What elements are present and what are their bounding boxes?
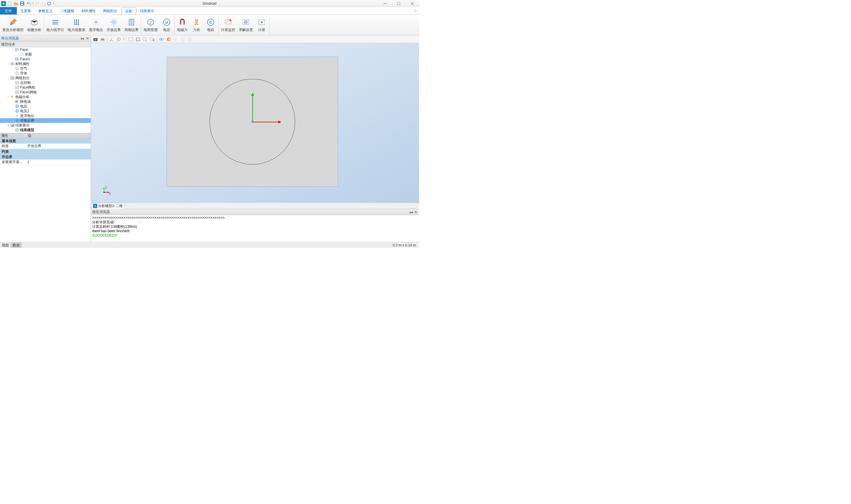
svg-rect-52 <box>101 40 104 41</box>
compute-button[interactable]: 计算 <box>255 15 269 35</box>
tree-node-电压1[interactable]: U电压1 <box>0 109 91 113</box>
menu-file[interactable]: 文件 <box>0 7 17 15</box>
open-boundary-button[interactable]: 开放边界 <box>105 15 123 35</box>
new-icon[interactable] <box>7 1 13 6</box>
model-tree[interactable]: Face草图Face1−材料属性空气导体−网格剖分边控制Face网格Face1网… <box>0 47 91 133</box>
close-button[interactable] <box>405 0 419 7</box>
open-icon[interactable] <box>13 1 19 6</box>
svg-text:ρ: ρ <box>150 20 152 24</box>
menu-materials[interactable]: 材料属性 <box>78 7 99 15</box>
camera-icon[interactable] <box>92 36 99 42</box>
tree-toggle-icon[interactable]: − <box>6 62 10 66</box>
redo-icon[interactable] <box>35 1 40 6</box>
ribbon-collapse-icon[interactable]: ◇ <box>412 7 419 15</box>
tree-node-草图[interactable]: 草图 <box>0 52 91 57</box>
tree-node-Face1[interactable]: Face1 <box>0 57 91 61</box>
tree-node-电磁分析[interactable]: −电磁分析 <box>0 94 91 99</box>
svg-rect-24 <box>15 49 18 51</box>
menu-2d[interactable]: 二维建模 <box>56 7 78 15</box>
tree-node-结果模型[interactable]: 结果模型 <box>0 128 91 132</box>
bulb-icon[interactable] <box>172 36 179 42</box>
perpendicular-button[interactable]: 电力线垂直 <box>66 15 87 35</box>
prop-row-label[interactable]: 标签 开放边界 <box>0 144 91 149</box>
float-potential-button[interactable]: 悬浮电位 <box>87 15 105 35</box>
tree-node-电压[interactable]: U电压 <box>0 104 91 109</box>
undo-icon[interactable] <box>26 1 31 6</box>
monitor-button[interactable]: 计算监控 <box>219 15 237 35</box>
tree-node-结果展示[interactable]: +结果展示 <box>0 123 91 128</box>
tree-node-悬浮电位[interactable]: 悬浮电位 <box>0 113 91 118</box>
svg-text:x: x <box>109 191 110 195</box>
change-model-button[interactable]: 更改分析模型 <box>1 15 25 35</box>
tree-toggle-icon[interactable]: − <box>6 76 10 80</box>
torque-button[interactable]: 力矩 <box>189 15 204 35</box>
report-body[interactable]: >>>>>>>>>>>>>>>>>>>>>>>>>>>>>>>>>>>>>>>>… <box>91 215 419 242</box>
svg-point-13 <box>182 19 183 20</box>
tree-label: 空气 <box>20 66 27 71</box>
tree-node-边控制[interactable]: 边控制 <box>0 80 91 85</box>
tree-node-Face1网格[interactable]: Face1网格 <box>0 90 91 94</box>
app-logo-icon[interactable] <box>1 1 6 6</box>
mctl-icon <box>15 85 19 90</box>
sidebar-header: 组合浏览器 ▸▸ ✕ <box>0 35 91 41</box>
tree-node-网格剖分[interactable]: −网格剖分 <box>0 76 91 80</box>
tree-node-Face网格[interactable]: Face网格 <box>0 85 91 90</box>
panel-collapse-icon[interactable]: ▸▸ <box>81 36 85 40</box>
solver-settings-button[interactable]: 求解设置 <box>237 15 255 35</box>
svg-point-70 <box>104 192 105 193</box>
menu-results[interactable]: 结果展示 <box>137 7 158 15</box>
svg-rect-26 <box>15 58 18 60</box>
y-axis-icon <box>252 95 253 122</box>
tree-toggle-icon[interactable]: − <box>6 95 10 99</box>
viewport[interactable]: yx <box>91 43 419 203</box>
eye-icon[interactable] <box>158 36 165 42</box>
capacitance-button[interactable]: C电容 <box>204 15 218 35</box>
svg-point-28 <box>12 62 14 65</box>
viewport-toolbar: ▼ x <box>91 35 419 43</box>
report-close-icon[interactable]: ✕ <box>414 210 418 214</box>
periodic-button[interactable]: 周期边界 <box>123 15 140 35</box>
tree-label: 静电场 <box>20 99 31 104</box>
report-collapse-icon[interactable]: ▸▸ <box>410 210 414 214</box>
save-icon[interactable] <box>19 1 25 6</box>
highlight-icon[interactable] <box>165 36 172 42</box>
tree-node-空气[interactable]: 空气 <box>0 66 91 71</box>
tree-node-开放边界[interactable]: 开放边界 <box>0 118 91 123</box>
stack-icon[interactable] <box>186 36 193 42</box>
menu-analysis[interactable]: 分析 <box>122 7 136 15</box>
tree-node-导体[interactable]: 导体 <box>0 71 91 76</box>
status-tab-data[interactable]: 数据 <box>11 242 22 248</box>
refresh-icon[interactable] <box>47 1 52 6</box>
maximize-button[interactable] <box>392 0 405 7</box>
zoom-select-icon[interactable] <box>142 36 148 42</box>
minimize-button[interactable] <box>378 0 392 7</box>
em-force-button[interactable]: 电磁力 <box>175 15 189 35</box>
create-analysis-button[interactable]: 创建分析 <box>25 15 43 35</box>
charge-density-button[interactable]: ρ电荷密度 <box>142 15 160 35</box>
parallel-button[interactable]: 电力线平行 <box>44 15 66 35</box>
play-icon <box>257 17 267 27</box>
zoom-window-icon[interactable] <box>128 36 134 42</box>
voltage-button[interactable]: U电压 <box>160 15 174 35</box>
report-panel: 报告浏览器 ▸▸ ✕ >>>>>>>>>>>>>>>>>>>>>>>>>>>>>… <box>91 209 419 242</box>
print-icon[interactable] <box>99 36 106 42</box>
tree-node-材料属性[interactable]: −材料属性 <box>0 61 91 66</box>
target-icon[interactable] <box>115 36 122 42</box>
menu-home[interactable]: 主屏幕 <box>17 7 35 15</box>
tree-toggle-icon[interactable]: + <box>6 124 10 127</box>
tree-node-静电场[interactable]: 静电场 <box>0 99 91 104</box>
report-line: >>>>>>>>>>>>>>>>>>>>>>>>>>>>>>>>>>>>>>>>… <box>92 216 418 220</box>
status-tab-view[interactable]: 视图 <box>0 242 11 248</box>
panel-close-icon[interactable]: ✕ <box>85 36 90 40</box>
viewport-tab[interactable]: 分析模型2-二维 <box>91 203 125 209</box>
menu-mesh[interactable]: 网格剖分 <box>99 7 121 15</box>
tree-node-Face[interactable]: Face <box>0 47 91 52</box>
zoom-fit-icon[interactable] <box>135 36 141 42</box>
zoom-xyz-icon[interactable]: x <box>149 36 156 42</box>
main-area: ▼ x yx <box>91 35 419 242</box>
angle-icon[interactable] <box>108 36 115 42</box>
menu-params[interactable]: 参数定义 <box>35 7 56 15</box>
prop-row-multipole[interactable]: 多极展开最... 1 <box>0 160 91 165</box>
copy-icon[interactable] <box>179 36 186 42</box>
svg-text:U: U <box>165 20 168 24</box>
